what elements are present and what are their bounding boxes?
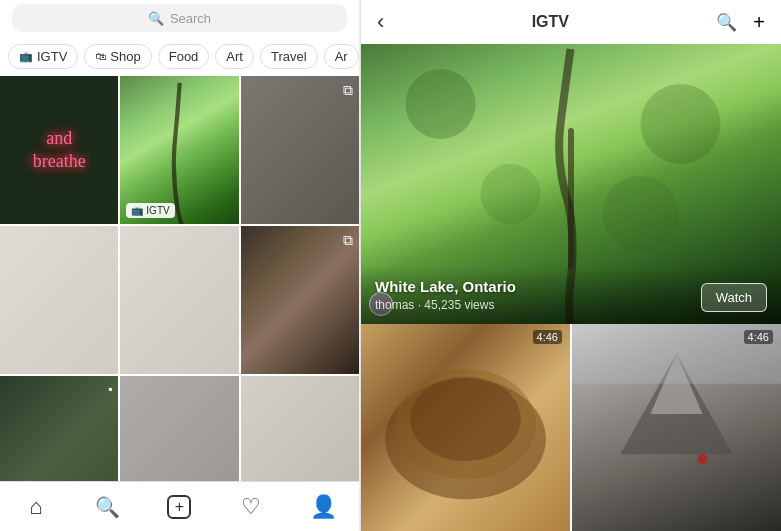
search-input-wrapper[interactable]: 🔍 Search	[12, 4, 347, 32]
home-icon: ⌂	[29, 494, 42, 520]
grid-item-6[interactable]: ⧉	[241, 226, 359, 374]
nav-search[interactable]: 🔍	[86, 485, 130, 529]
nav-profile[interactable]: 👤	[301, 485, 345, 529]
search-bar: 🔍 Search	[0, 0, 359, 36]
bottom-nav: ⌂ 🔍 + ♡ 👤	[0, 481, 359, 531]
filter-row: 📺 IGTV 🛍 Shop Food Art Travel Ar	[0, 36, 359, 76]
igtv-add-icon[interactable]: +	[753, 11, 765, 34]
video-overlay: White Lake, Ontario thomas · 45,235 view…	[361, 266, 781, 324]
filter-chip-ar[interactable]: Ar	[324, 44, 359, 69]
watch-button[interactable]: Watch	[701, 283, 767, 312]
igtv-title: IGTV	[532, 13, 569, 31]
video-meta: thomas · 45,235 views	[375, 298, 516, 312]
shop-chip-icon: 🛍	[95, 50, 106, 62]
igtv-overlay-badge: 📺 IGTV	[126, 203, 174, 218]
thumb-mountain-bg	[572, 324, 781, 531]
video-title: White Lake, Ontario	[375, 278, 516, 295]
search-nav-icon: 🔍	[95, 495, 120, 519]
igtv-search-icon[interactable]: 🔍	[716, 12, 737, 33]
nav-add[interactable]: +	[157, 485, 201, 529]
left-panel: 🔍 Search 📺 IGTV 🛍 Shop Food Art Travel A…	[0, 0, 360, 531]
igtv-header: ‹ IGTV 🔍 +	[361, 0, 781, 44]
svg-point-0	[406, 69, 476, 139]
grid-item-7[interactable]: ▪	[0, 376, 118, 481]
right-panel: ‹ IGTV 🔍 + White Lake, Ontario thomas · …	[361, 0, 781, 531]
igtv-badge-label: IGTV	[146, 205, 169, 216]
nav-likes[interactable]: ♡	[229, 485, 273, 529]
heart-icon: ♡	[241, 494, 261, 520]
multi-photo-icon: ⧉	[343, 82, 353, 99]
multi-photo-icon-2: ⧉	[343, 232, 353, 249]
filter-label-shop: Shop	[110, 49, 140, 64]
igtv-header-icons: 🔍 +	[716, 11, 765, 34]
igtv-chip-icon: 📺	[19, 50, 33, 63]
grid-item-4[interactable]	[0, 226, 118, 374]
back-button[interactable]: ‹	[377, 9, 384, 35]
neon-text: andbreathe	[33, 127, 86, 174]
thumb-duration-1: 4:46	[533, 330, 562, 344]
filter-label-igtv: IGTV	[37, 49, 67, 64]
thumb-mountain[interactable]: 4:46	[572, 324, 781, 531]
grid-item-3[interactable]: ⧉	[241, 76, 359, 224]
video-info: White Lake, Ontario thomas · 45,235 view…	[375, 278, 516, 312]
filter-chip-art[interactable]: Art	[215, 44, 254, 69]
filter-chip-igtv[interactable]: 📺 IGTV	[8, 44, 78, 69]
svg-point-6	[410, 377, 521, 461]
search-placeholder: Search	[170, 11, 211, 26]
filter-label-art: Art	[226, 49, 243, 64]
filter-label-travel: Travel	[271, 49, 307, 64]
filter-chip-food[interactable]: Food	[158, 44, 210, 69]
grid-item-8[interactable]	[120, 376, 238, 481]
explore-grid: andbreathe 📺 IGTV ⧉ ⧉	[0, 76, 359, 481]
thumb-bread-bg	[361, 324, 570, 531]
add-icon: +	[167, 495, 191, 519]
main-video[interactable]: White Lake, Ontario thomas · 45,235 view…	[361, 44, 781, 324]
profile-icon: 👤	[310, 494, 337, 520]
grid-item-1[interactable]: andbreathe	[0, 76, 118, 224]
svg-point-10	[698, 454, 708, 464]
filter-chip-shop[interactable]: 🛍 Shop	[84, 44, 151, 69]
search-icon: 🔍	[148, 11, 164, 26]
filter-chip-travel[interactable]: Travel	[260, 44, 318, 69]
nav-home[interactable]: ⌂	[14, 485, 58, 529]
thumb-bread[interactable]: 4:46	[361, 324, 572, 531]
grid-item-2[interactable]: 📺 IGTV	[120, 76, 238, 224]
thumbnail-row: 4:46 4:46	[361, 324, 781, 531]
grid-item-9[interactable]	[241, 376, 359, 481]
igtv-badge-icon: 📺	[131, 205, 143, 216]
filter-label-food: Food	[169, 49, 199, 64]
multi-select-icon: ▪	[108, 382, 112, 396]
grid-item-5[interactable]	[120, 226, 238, 374]
svg-point-3	[603, 176, 679, 252]
svg-point-2	[481, 164, 541, 224]
thumb-duration-2: 4:46	[744, 330, 773, 344]
svg-point-1	[641, 84, 721, 164]
filter-label-ar: Ar	[335, 49, 348, 64]
